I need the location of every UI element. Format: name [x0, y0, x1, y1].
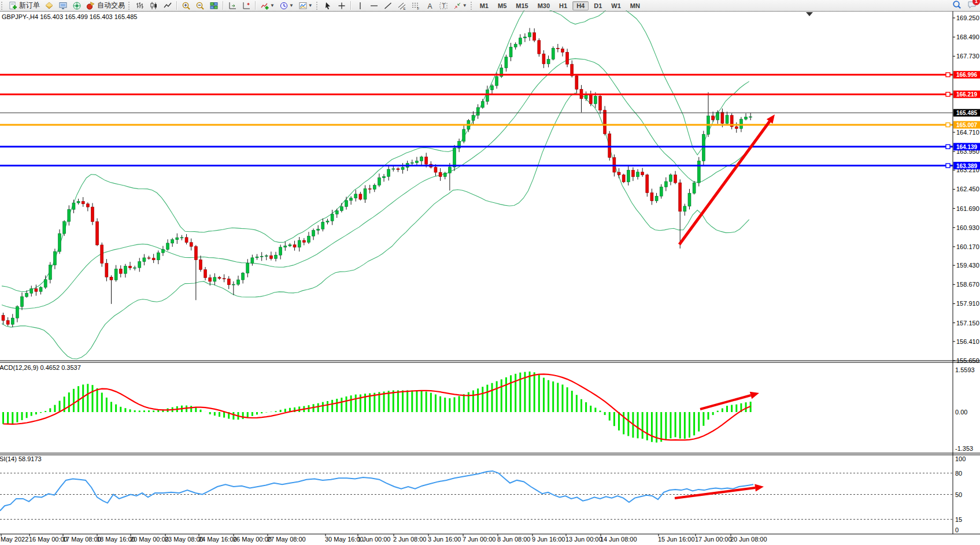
templates-button[interactable]: ▼ — [296, 0, 315, 11]
toolbar: 新订单 自动交易 ▼ ▼ ▼ E F A T ▼ — [0, 0, 980, 12]
bar-chart-type-button[interactable] — [133, 0, 147, 11]
svg-text:160.170: 160.170 — [956, 243, 979, 250]
toolbar-drag-handle[interactable] — [471, 2, 474, 10]
svg-text:E: E — [403, 6, 405, 10]
svg-text:165.485: 165.485 — [956, 110, 978, 116]
chat-button[interactable]: 1 — [967, 0, 977, 11]
trend-arrow-head — [755, 484, 764, 491]
timeframe-button-H1[interactable]: H1 — [555, 1, 571, 10]
text-label-icon: T — [439, 1, 448, 10]
chevron-down-icon: ▼ — [463, 3, 467, 8]
cursor-button[interactable] — [321, 0, 335, 11]
arrows-button[interactable]: ▼ — [450, 0, 469, 11]
svg-text:T: T — [442, 3, 445, 9]
zoom-out-icon — [195, 1, 205, 10]
trend-arrow-macd[interactable] — [700, 395, 751, 409]
svg-text:162.450: 162.450 — [956, 186, 979, 192]
timeframe-toolbar: M1M5M15M30H1H4D1W1MN — [475, 2, 645, 10]
timeframe-button-M1[interactable]: M1 — [476, 1, 493, 10]
search-icon[interactable] — [952, 0, 961, 11]
zoom-out-button[interactable] — [193, 0, 207, 11]
new-order-label: 新订单 — [19, 1, 40, 10]
tile-windows-button[interactable] — [207, 0, 221, 11]
svg-text:13 Jun 00:00: 13 Jun 00:00 — [565, 536, 602, 543]
macd-label: MACD(12,26,9) 0.4652 0.3537 — [0, 364, 81, 371]
svg-text:167.730: 167.730 — [956, 53, 979, 60]
svg-text:80: 80 — [955, 470, 962, 477]
svg-text:0: 0 — [955, 527, 959, 533]
svg-text:24 May 16:00: 24 May 16:00 — [198, 536, 237, 543]
navigator-button[interactable] — [70, 0, 84, 11]
chevron-down-icon: ▼ — [308, 3, 313, 8]
chart-title: GBPJPY-,H4 165.403 165.499 165.403 165.4… — [2, 13, 137, 20]
fibonacci-button[interactable]: F — [409, 0, 423, 11]
svg-text:164.710: 164.710 — [956, 129, 979, 136]
svg-text:155.650: 155.650 — [956, 357, 979, 364]
svg-text:166.219: 166.219 — [956, 91, 978, 98]
timeframe-button-W1[interactable]: W1 — [607, 1, 625, 10]
timeframe-button-D1[interactable]: D1 — [590, 1, 606, 10]
svg-text:26 May 00:00: 26 May 00:00 — [233, 536, 272, 543]
toolbar-drag-handle[interactable] — [316, 2, 320, 10]
svg-text:1.5593: 1.5593 — [955, 366, 975, 373]
text-icon: A — [425, 1, 434, 10]
text-label-button[interactable]: T — [437, 0, 450, 11]
trend-line-button[interactable] — [381, 0, 395, 11]
svg-text:0.00: 0.00 — [955, 409, 967, 416]
line-handle[interactable] — [946, 144, 950, 149]
svg-text:100: 100 — [955, 455, 966, 462]
profiles-button[interactable] — [42, 0, 56, 11]
chart-frame — [0, 12, 980, 535]
svg-text:164.139: 164.139 — [956, 144, 978, 150]
crosshair-button[interactable] — [335, 0, 349, 11]
new-order-button[interactable]: 新订单 — [6, 0, 42, 11]
svg-text:50: 50 — [955, 491, 962, 498]
auto-scroll-button[interactable] — [225, 0, 239, 11]
horizontal-line-button[interactable] — [367, 0, 381, 11]
svg-text:20 Jun 08:00: 20 Jun 08:00 — [730, 536, 767, 543]
fibonacci-icon: F — [411, 1, 420, 10]
svg-text:169.250: 169.250 — [956, 14, 979, 21]
new-order-icon — [8, 1, 17, 10]
templates-icon — [298, 1, 308, 10]
svg-text:156.410: 156.410 — [956, 338, 979, 345]
chart-shift-marker[interactable] — [806, 12, 813, 16]
line-chart-icon — [163, 1, 172, 10]
candle-chart-type-button[interactable] — [147, 0, 161, 11]
line-handle[interactable] — [946, 123, 950, 127]
auto-trading-label: 自动交易 — [97, 1, 125, 10]
auto-trading-icon — [86, 1, 95, 10]
chat-badge: 1 — [972, 0, 980, 5]
svg-text:158.670: 158.670 — [956, 281, 979, 288]
equidistant-channel-button[interactable]: E — [395, 0, 409, 11]
toolbar-drag-handle[interactable] — [1, 2, 5, 10]
chevron-down-icon: ▼ — [289, 3, 294, 8]
auto-trading-button[interactable]: 自动交易 — [84, 0, 127, 11]
periods-button[interactable]: ▼ — [277, 0, 296, 11]
line-handle[interactable] — [946, 73, 950, 77]
market-watch-button[interactable] — [56, 0, 70, 11]
timeframe-button-H4[interactable]: H4 — [572, 1, 589, 10]
rsi-label: RSI(14) 58.9173 — [0, 455, 42, 462]
price-chart[interactable]: 169.250168.490167.730164.710163.950163.2… — [0, 10, 980, 545]
timeframe-button-M15[interactable]: M15 — [512, 1, 532, 10]
horizontal-line-icon — [369, 1, 379, 10]
timeframe-button-MN[interactable]: MN — [626, 1, 644, 10]
svg-text:2 Jun 08:00: 2 Jun 08:00 — [393, 536, 427, 543]
timeframe-button-M5[interactable]: M5 — [494, 1, 511, 10]
toolbar-drag-handle[interactable] — [128, 2, 132, 10]
zoom-in-button[interactable] — [179, 0, 193, 11]
svg-text:-1.353: -1.353 — [955, 445, 973, 452]
vertical-line-button[interactable] — [353, 0, 367, 11]
line-chart-type-button[interactable] — [161, 0, 175, 11]
text-button[interactable]: A — [423, 0, 437, 11]
horizontal-line-objects — [0, 73, 953, 168]
timeframe-button-M30[interactable]: M30 — [534, 1, 554, 10]
line-handle[interactable] — [946, 92, 950, 97]
svg-text:7 Jun 00:00: 7 Jun 00:00 — [463, 536, 496, 543]
chart-shift-button[interactable] — [239, 0, 253, 11]
svg-text:23 May 08:00: 23 May 08:00 — [165, 536, 204, 543]
add-indicator-button[interactable]: ▼ — [258, 0, 277, 11]
svg-text:163.389: 163.389 — [956, 163, 978, 169]
line-handle[interactable] — [946, 164, 950, 168]
